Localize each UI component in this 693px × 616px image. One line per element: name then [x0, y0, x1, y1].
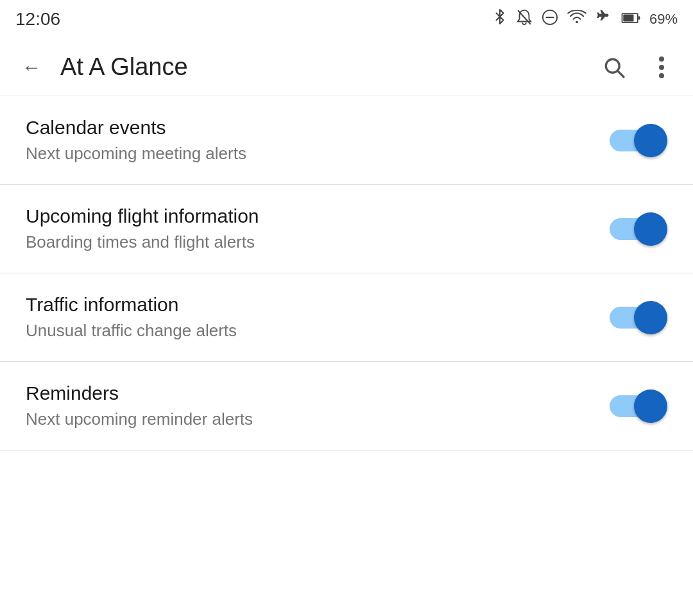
battery-percentage: 69% — [649, 11, 678, 28]
flight-info-item: Upcoming flight information Boarding tim… — [0, 185, 693, 273]
svg-line-8 — [618, 71, 624, 76]
page-title: At A Glance — [60, 53, 598, 81]
status-time: 12:06 — [15, 9, 60, 30]
svg-rect-6 — [638, 16, 640, 19]
svg-point-9 — [659, 56, 664, 62]
reminders-subtitle: Next upcoming reminder alerts — [26, 409, 610, 429]
airplane-icon — [595, 9, 612, 30]
traffic-info-toggle[interactable] — [610, 301, 667, 334]
calendar-events-toggle[interactable] — [610, 124, 667, 157]
back-button[interactable]: ← — [15, 51, 47, 83]
traffic-info-title: Traffic information — [26, 294, 610, 316]
svg-point-11 — [659, 73, 664, 78]
toggle-thumb — [634, 124, 667, 157]
back-arrow-icon: ← — [22, 56, 41, 78]
calendar-events-subtitle: Next upcoming meeting alerts — [26, 144, 610, 164]
reminders-item: Reminders Next upcoming reminder alerts — [0, 362, 693, 450]
calendar-events-text: Calendar events Next upcoming meeting al… — [26, 117, 610, 164]
flight-info-text: Upcoming flight information Boarding tim… — [26, 205, 610, 252]
dnd-icon — [542, 9, 558, 30]
notifications-off-icon — [516, 8, 533, 30]
toggle-thumb — [634, 212, 667, 246]
flight-info-title: Upcoming flight information — [26, 205, 610, 227]
svg-point-3 — [576, 21, 578, 24]
calendar-events-item: Calendar events Next upcoming meeting al… — [0, 96, 693, 185]
settings-list: Calendar events Next upcoming meeting al… — [0, 96, 693, 450]
search-icon — [603, 56, 626, 79]
status-icons: 69% — [493, 8, 678, 30]
reminders-title: Reminders — [26, 382, 610, 404]
search-button[interactable] — [598, 51, 630, 83]
svg-point-10 — [659, 65, 664, 70]
bluetooth-icon — [493, 8, 507, 30]
toggle-thumb — [634, 389, 667, 423]
flight-info-subtitle: Boarding times and flight alerts — [26, 232, 610, 252]
wifi-icon — [567, 10, 586, 28]
flight-info-toggle[interactable] — [610, 212, 667, 246]
more-options-button[interactable] — [646, 51, 678, 83]
traffic-info-subtitle: Unusual traffic change alerts — [26, 321, 610, 341]
app-bar-actions — [598, 51, 678, 83]
traffic-info-text: Traffic information Unusual traffic chan… — [26, 294, 610, 341]
reminders-toggle[interactable] — [610, 389, 667, 423]
more-vertical-icon — [658, 56, 665, 79]
calendar-events-title: Calendar events — [26, 117, 610, 139]
svg-rect-5 — [623, 15, 633, 22]
battery-icon — [621, 11, 640, 28]
app-bar: ← At A Glance — [0, 38, 693, 96]
traffic-info-item: Traffic information Unusual traffic chan… — [0, 273, 693, 362]
toggle-thumb — [634, 301, 667, 334]
reminders-text: Reminders Next upcoming reminder alerts — [26, 382, 610, 429]
status-bar: 12:06 — [0, 0, 693, 38]
